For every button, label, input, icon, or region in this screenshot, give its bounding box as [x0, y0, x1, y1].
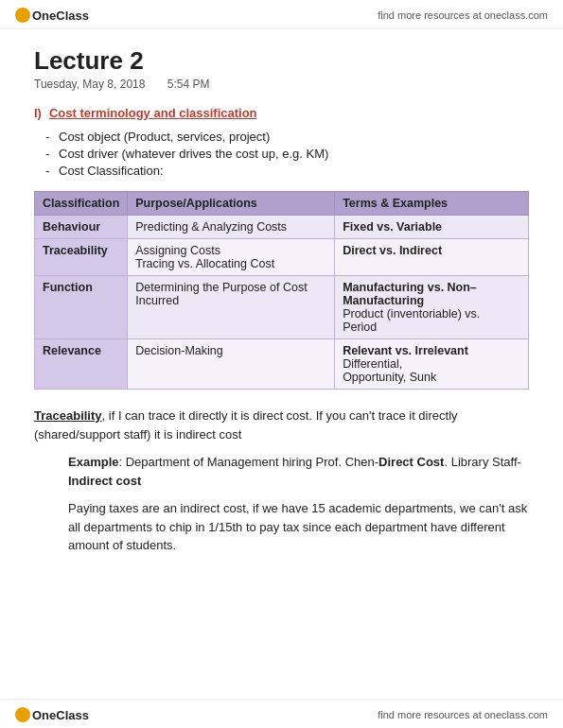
traceability-label: Traceability — [34, 408, 102, 423]
direct-cost-label: Direct Cost — [378, 455, 444, 469]
cost-table: Classification Purpose/Applications Term… — [34, 191, 529, 390]
lecture-time-text: 5:54 PM — [167, 78, 210, 91]
footer-tagline: find more resources at oneclass.com — [378, 709, 548, 720]
table-cell-determining: Determining the Purpose of Cost Incurred — [128, 276, 335, 339]
lecture-date-text: Tuesday, May 8, 2018 — [34, 78, 145, 91]
table-cell-direct-indirect: Direct vs. Indirect — [335, 239, 529, 276]
table-row: Traceability Assigning CostsTracing vs. … — [35, 239, 529, 276]
table-cell-manufacturing: Manufacturing vs. Non–Manufacturing Prod… — [335, 276, 529, 339]
header-tagline: find more resources at oneclass.com — [378, 9, 548, 21]
section-number: I) — [34, 106, 42, 120]
paying-section: Paying taxes are an indirect cost, if we… — [68, 499, 529, 555]
table-cell-behaviour: Behaviour — [35, 216, 128, 239]
main-content: Lecture 2 Tuesday, May 8, 2018 5:54 PM I… — [0, 29, 563, 581]
logo-circle-icon — [15, 8, 30, 23]
table-header-terms: Terms & Examples — [335, 192, 529, 216]
table-cell-function: Function — [35, 276, 128, 339]
footer-logo-circle-icon — [15, 707, 30, 722]
table-row: Behaviour Predicting & Analyzing Costs F… — [35, 216, 529, 239]
example-section: Example: Department of Management hiring… — [68, 453, 529, 490]
table-header-purpose: Purpose/Applications — [128, 192, 335, 216]
manufacturing-bold: Manufacturing vs. Non–Manufacturing — [343, 281, 477, 307]
table-row: Function Determining the Purpose of Cost… — [35, 276, 529, 339]
relevant-bold: Relevant vs. Irrelevant — [343, 344, 468, 357]
table-cell-fixed-variable: Fixed vs. Variable — [335, 216, 529, 239]
table-cell-decision-making: Decision-Making — [128, 339, 335, 390]
list-item: Cost Classification: — [45, 164, 529, 178]
page-header: OneClass find more resources at oneclass… — [0, 0, 563, 29]
list-item: Cost object (Product, services, project) — [45, 130, 529, 144]
footer-logo: OneClass — [15, 707, 89, 722]
table-cell-assigning: Assigning CostsTracing vs. Allocating Co… — [128, 239, 335, 276]
lecture-date: Tuesday, May 8, 2018 5:54 PM — [34, 78, 529, 91]
traceability-section: Traceability, if I can trace it directly… — [34, 407, 529, 443]
page-footer: OneClass find more resources at oneclass… — [0, 699, 563, 728]
library-text: . Library Staff- — [444, 455, 520, 469]
table-row: Relevance Decision-Making Relevant vs. I… — [35, 339, 529, 390]
section-heading: I) Cost terminology and classification — [34, 106, 529, 120]
paying-text: Paying taxes are an indirect cost, if we… — [68, 501, 527, 552]
table-cell-predicting: Predicting & Analyzing Costs — [128, 216, 335, 239]
lecture-title: Lecture 2 — [34, 46, 529, 76]
section-title: Cost terminology and classification — [49, 106, 257, 120]
header-logo-text: OneClass — [32, 9, 89, 23]
indirect-cost-label: Indirect cost — [68, 474, 141, 488]
example-label: Example — [68, 455, 118, 469]
bullet-list: Cost object (Product, services, project)… — [45, 130, 529, 178]
table-cell-relevant: Relevant vs. Irrelevant Differential,Opp… — [335, 339, 529, 390]
table-cell-traceability: Traceability — [35, 239, 128, 276]
table-header-classification: Classification — [35, 192, 128, 216]
footer-logo-text: OneClass — [32, 708, 89, 722]
list-item: Cost driver (whatever drives the cost up… — [45, 147, 529, 161]
example-text: : Department of Management hiring Prof. … — [118, 455, 378, 469]
table-cell-relevance: Relevance — [35, 339, 128, 390]
header-logo: OneClass — [15, 8, 89, 23]
